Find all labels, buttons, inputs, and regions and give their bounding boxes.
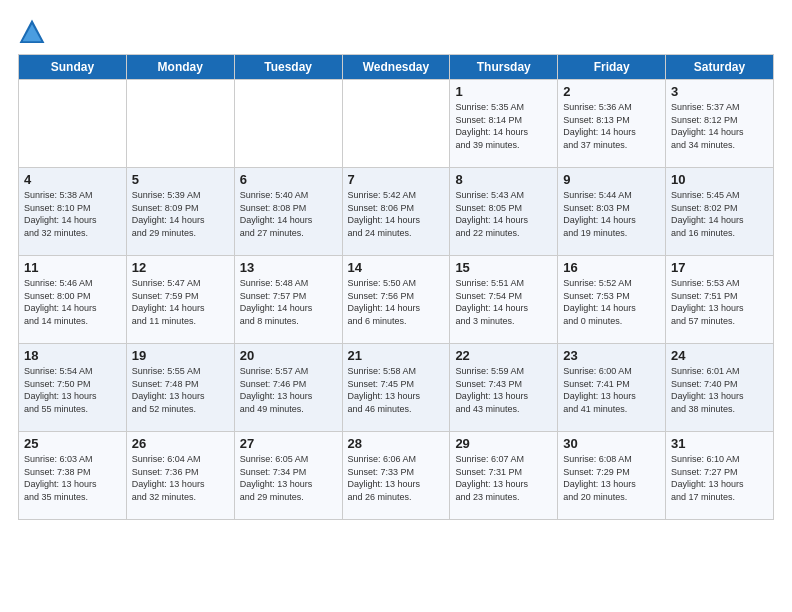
day-detail: Sunrise: 5:53 AM Sunset: 7:51 PM Dayligh… [671,277,768,327]
calendar-cell: 22Sunrise: 5:59 AM Sunset: 7:43 PM Dayli… [450,344,558,432]
day-detail: Sunrise: 5:55 AM Sunset: 7:48 PM Dayligh… [132,365,229,415]
day-detail: Sunrise: 5:47 AM Sunset: 7:59 PM Dayligh… [132,277,229,327]
calendar-cell: 1Sunrise: 5:35 AM Sunset: 8:14 PM Daylig… [450,80,558,168]
day-of-week-header: Monday [126,55,234,80]
day-number: 24 [671,348,768,363]
calendar-cell: 21Sunrise: 5:58 AM Sunset: 7:45 PM Dayli… [342,344,450,432]
calendar-cell: 24Sunrise: 6:01 AM Sunset: 7:40 PM Dayli… [666,344,774,432]
calendar-cell: 27Sunrise: 6:05 AM Sunset: 7:34 PM Dayli… [234,432,342,520]
day-number: 29 [455,436,552,451]
calendar-cell: 11Sunrise: 5:46 AM Sunset: 8:00 PM Dayli… [19,256,127,344]
calendar-cell [342,80,450,168]
day-number: 2 [563,84,660,99]
day-number: 23 [563,348,660,363]
day-number: 22 [455,348,552,363]
calendar-cell: 17Sunrise: 5:53 AM Sunset: 7:51 PM Dayli… [666,256,774,344]
page-header [18,18,774,46]
day-number: 7 [348,172,445,187]
calendar-cell: 2Sunrise: 5:36 AM Sunset: 8:13 PM Daylig… [558,80,666,168]
calendar-week-row: 1Sunrise: 5:35 AM Sunset: 8:14 PM Daylig… [19,80,774,168]
day-detail: Sunrise: 5:52 AM Sunset: 7:53 PM Dayligh… [563,277,660,327]
calendar-cell: 16Sunrise: 5:52 AM Sunset: 7:53 PM Dayli… [558,256,666,344]
day-detail: Sunrise: 5:35 AM Sunset: 8:14 PM Dayligh… [455,101,552,151]
day-detail: Sunrise: 5:43 AM Sunset: 8:05 PM Dayligh… [455,189,552,239]
calendar-week-row: 18Sunrise: 5:54 AM Sunset: 7:50 PM Dayli… [19,344,774,432]
day-detail: Sunrise: 5:57 AM Sunset: 7:46 PM Dayligh… [240,365,337,415]
calendar-cell: 28Sunrise: 6:06 AM Sunset: 7:33 PM Dayli… [342,432,450,520]
day-number: 16 [563,260,660,275]
day-detail: Sunrise: 5:37 AM Sunset: 8:12 PM Dayligh… [671,101,768,151]
calendar-table: SundayMondayTuesdayWednesdayThursdayFrid… [18,54,774,520]
day-number: 12 [132,260,229,275]
calendar-cell: 7Sunrise: 5:42 AM Sunset: 8:06 PM Daylig… [342,168,450,256]
calendar-cell [126,80,234,168]
calendar-cell: 20Sunrise: 5:57 AM Sunset: 7:46 PM Dayli… [234,344,342,432]
day-of-week-header: Friday [558,55,666,80]
day-of-week-header: Thursday [450,55,558,80]
calendar-cell [19,80,127,168]
day-detail: Sunrise: 6:03 AM Sunset: 7:38 PM Dayligh… [24,453,121,503]
day-detail: Sunrise: 5:45 AM Sunset: 8:02 PM Dayligh… [671,189,768,239]
day-number: 3 [671,84,768,99]
day-number: 17 [671,260,768,275]
day-number: 14 [348,260,445,275]
day-detail: Sunrise: 5:40 AM Sunset: 8:08 PM Dayligh… [240,189,337,239]
day-number: 10 [671,172,768,187]
day-number: 6 [240,172,337,187]
calendar-cell: 12Sunrise: 5:47 AM Sunset: 7:59 PM Dayli… [126,256,234,344]
day-number: 13 [240,260,337,275]
calendar-header-row: SundayMondayTuesdayWednesdayThursdayFrid… [19,55,774,80]
calendar-cell: 18Sunrise: 5:54 AM Sunset: 7:50 PM Dayli… [19,344,127,432]
calendar-cell: 8Sunrise: 5:43 AM Sunset: 8:05 PM Daylig… [450,168,558,256]
day-detail: Sunrise: 5:54 AM Sunset: 7:50 PM Dayligh… [24,365,121,415]
day-detail: Sunrise: 5:36 AM Sunset: 8:13 PM Dayligh… [563,101,660,151]
calendar-cell: 25Sunrise: 6:03 AM Sunset: 7:38 PM Dayli… [19,432,127,520]
day-number: 18 [24,348,121,363]
day-detail: Sunrise: 5:59 AM Sunset: 7:43 PM Dayligh… [455,365,552,415]
day-number: 4 [24,172,121,187]
day-number: 11 [24,260,121,275]
calendar-week-row: 25Sunrise: 6:03 AM Sunset: 7:38 PM Dayli… [19,432,774,520]
day-number: 5 [132,172,229,187]
day-detail: Sunrise: 5:42 AM Sunset: 8:06 PM Dayligh… [348,189,445,239]
day-number: 21 [348,348,445,363]
day-detail: Sunrise: 5:39 AM Sunset: 8:09 PM Dayligh… [132,189,229,239]
day-of-week-header: Tuesday [234,55,342,80]
calendar-week-row: 11Sunrise: 5:46 AM Sunset: 8:00 PM Dayli… [19,256,774,344]
calendar-cell: 6Sunrise: 5:40 AM Sunset: 8:08 PM Daylig… [234,168,342,256]
day-number: 19 [132,348,229,363]
day-number: 31 [671,436,768,451]
day-number: 28 [348,436,445,451]
day-number: 20 [240,348,337,363]
day-detail: Sunrise: 6:05 AM Sunset: 7:34 PM Dayligh… [240,453,337,503]
day-number: 8 [455,172,552,187]
day-detail: Sunrise: 5:48 AM Sunset: 7:57 PM Dayligh… [240,277,337,327]
day-detail: Sunrise: 6:01 AM Sunset: 7:40 PM Dayligh… [671,365,768,415]
calendar-cell: 5Sunrise: 5:39 AM Sunset: 8:09 PM Daylig… [126,168,234,256]
calendar-cell [234,80,342,168]
day-number: 26 [132,436,229,451]
day-detail: Sunrise: 6:08 AM Sunset: 7:29 PM Dayligh… [563,453,660,503]
calendar-cell: 19Sunrise: 5:55 AM Sunset: 7:48 PM Dayli… [126,344,234,432]
day-detail: Sunrise: 5:38 AM Sunset: 8:10 PM Dayligh… [24,189,121,239]
day-of-week-header: Wednesday [342,55,450,80]
calendar-cell: 13Sunrise: 5:48 AM Sunset: 7:57 PM Dayli… [234,256,342,344]
calendar-cell: 31Sunrise: 6:10 AM Sunset: 7:27 PM Dayli… [666,432,774,520]
day-number: 15 [455,260,552,275]
day-detail: Sunrise: 5:46 AM Sunset: 8:00 PM Dayligh… [24,277,121,327]
calendar-week-row: 4Sunrise: 5:38 AM Sunset: 8:10 PM Daylig… [19,168,774,256]
day-detail: Sunrise: 6:04 AM Sunset: 7:36 PM Dayligh… [132,453,229,503]
calendar-cell: 23Sunrise: 6:00 AM Sunset: 7:41 PM Dayli… [558,344,666,432]
day-number: 1 [455,84,552,99]
day-detail: Sunrise: 5:58 AM Sunset: 7:45 PM Dayligh… [348,365,445,415]
calendar-cell: 26Sunrise: 6:04 AM Sunset: 7:36 PM Dayli… [126,432,234,520]
day-number: 30 [563,436,660,451]
calendar-cell: 29Sunrise: 6:07 AM Sunset: 7:31 PM Dayli… [450,432,558,520]
day-detail: Sunrise: 5:50 AM Sunset: 7:56 PM Dayligh… [348,277,445,327]
calendar-cell: 14Sunrise: 5:50 AM Sunset: 7:56 PM Dayli… [342,256,450,344]
day-of-week-header: Sunday [19,55,127,80]
day-number: 27 [240,436,337,451]
calendar-cell: 3Sunrise: 5:37 AM Sunset: 8:12 PM Daylig… [666,80,774,168]
day-detail: Sunrise: 5:51 AM Sunset: 7:54 PM Dayligh… [455,277,552,327]
day-detail: Sunrise: 6:07 AM Sunset: 7:31 PM Dayligh… [455,453,552,503]
